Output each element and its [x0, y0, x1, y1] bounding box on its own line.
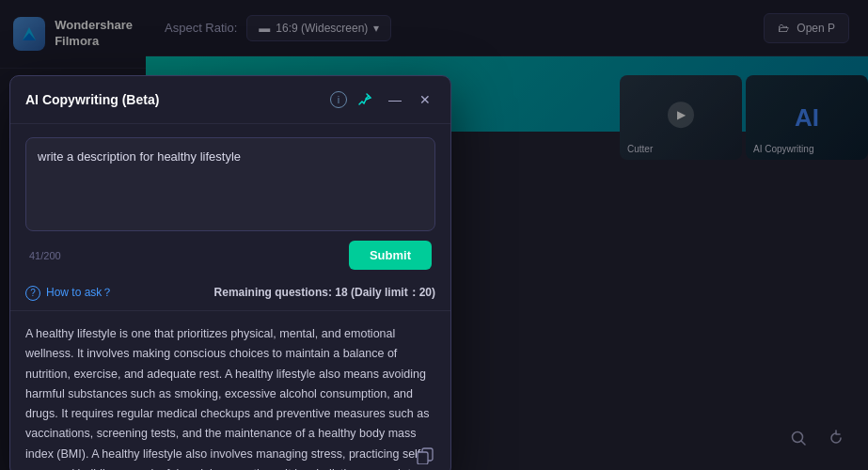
ai-copywriting-modal: AI Copywriting (Beta) i — ✕ write a desc…: [9, 75, 451, 470]
remaining-questions: Remaining questions: 18 (Daily limit：20): [214, 285, 435, 301]
modal-title: AI Copywriting (Beta): [25, 92, 323, 107]
how-to-ask-link[interactable]: ? How to ask？: [25, 285, 113, 301]
modal-header: AI Copywriting (Beta) i — ✕: [10, 76, 450, 124]
result-text: A healthy lifestyle is one that prioriti…: [25, 324, 435, 470]
pin-icon[interactable]: [355, 89, 375, 110]
submit-button[interactable]: Submit: [349, 241, 432, 270]
svg-rect-5: [418, 452, 428, 464]
how-to-ask-label: How to ask？: [46, 285, 113, 301]
copywriting-input[interactable]: write a description for healthy lifestyl…: [25, 137, 435, 231]
close-icon[interactable]: ✕: [415, 89, 435, 110]
textarea-footer: 41/200 Submit: [25, 235, 435, 279]
modal-header-icons: — ✕: [355, 89, 435, 110]
textarea-section: write a description for healthy lifestyl…: [10, 124, 450, 279]
info-icon[interactable]: i: [330, 91, 347, 108]
copy-icon[interactable]: [415, 446, 435, 466]
modal-result: A healthy lifestyle is one that prioriti…: [10, 311, 450, 470]
help-row: ? How to ask？ Remaining questions: 18 (D…: [10, 279, 450, 311]
minimize-icon[interactable]: —: [385, 89, 405, 110]
question-icon: ?: [25, 286, 40, 301]
char-count: 41/200: [29, 250, 61, 261]
